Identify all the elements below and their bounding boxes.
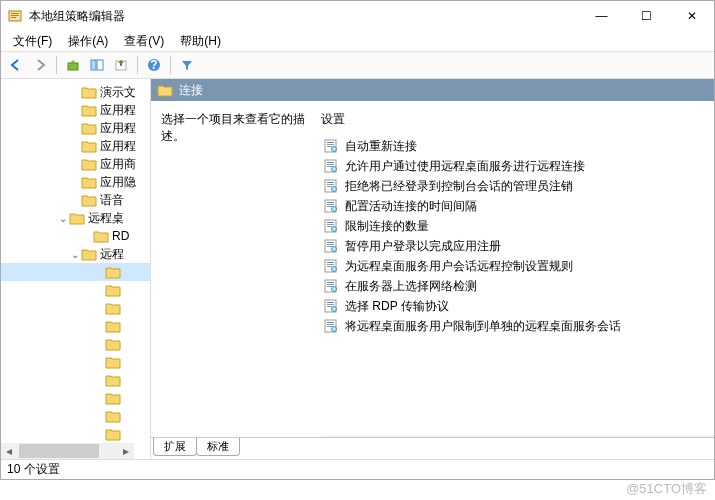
setting-item[interactable]: 拒绝将已经登录到控制台会话的管理员注销 [321,176,714,196]
tree-item[interactable] [1,353,150,371]
svg-rect-13 [327,146,332,147]
minimize-button[interactable]: — [579,1,624,31]
tree-item[interactable] [1,335,150,353]
svg-rect-33 [327,226,332,227]
svg-point-29 [332,207,337,212]
export-button[interactable] [110,54,132,76]
expand-icon[interactable]: ⌄ [57,213,69,224]
tree-item[interactable]: 演示文 [1,83,150,101]
back-button[interactable] [5,54,27,76]
tree-item[interactable]: 应用程 [1,119,150,137]
svg-rect-31 [327,222,334,223]
menu-view[interactable]: 查看(V) [118,31,170,52]
app-icon [7,8,23,24]
setting-label: 拒绝将已经登录到控制台会话的管理员注销 [345,178,573,195]
folder-icon [105,337,121,351]
setting-item[interactable]: 在服务器上选择网络检测 [321,276,714,296]
folder-icon [81,121,97,135]
svg-rect-23 [327,186,332,187]
tree-panel[interactable]: 演示文应用程应用程应用程应用商应用隐语音⌄远程桌RD⌄远程 ◂▸ [1,79,151,459]
close-button[interactable]: ✕ [669,1,714,31]
folder-icon [81,139,97,153]
policy-icon [323,318,339,334]
menu-help[interactable]: 帮助(H) [174,31,227,52]
forward-button[interactable] [29,54,51,76]
show-hide-tree-button[interactable] [86,54,108,76]
up-button[interactable] [62,54,84,76]
tree-item[interactable]: ⌄远程 [1,245,150,263]
tree-hscroll[interactable]: ◂▸ [1,443,134,459]
tree-item-label: 演示文 [100,84,136,101]
svg-rect-21 [327,182,334,183]
tab-standard[interactable]: 标准 [196,438,240,456]
tree-item[interactable]: 应用程 [1,137,150,155]
setting-item[interactable]: 允许用户通过使用远程桌面服务进行远程连接 [321,156,714,176]
settings-list: 设置 自动重新连接允许用户通过使用远程桌面服务进行远程连接拒绝将已经登录到控制台… [321,111,714,437]
setting-label: 将远程桌面服务用户限制到单独的远程桌面服务会话 [345,318,621,335]
svg-rect-4 [68,63,78,70]
svg-rect-12 [327,144,334,145]
setting-item[interactable]: 配置活动连接的时间间隔 [321,196,714,216]
svg-rect-22 [327,184,334,185]
setting-item[interactable]: 自动重新连接 [321,136,714,156]
folder-icon [105,283,121,297]
tree-item[interactable] [1,263,150,281]
tree-item[interactable] [1,371,150,389]
policy-icon [323,198,339,214]
tree-item[interactable]: 应用商 [1,155,150,173]
tab-extended[interactable]: 扩展 [153,438,197,456]
help-button[interactable]: ? [143,54,165,76]
svg-rect-43 [327,266,332,267]
folder-icon [105,373,121,387]
setting-label: 选择 RDP 传输协议 [345,298,449,315]
svg-rect-11 [327,142,334,143]
tree-item[interactable]: 应用隐 [1,173,150,191]
header-band: 连接 [151,79,714,101]
setting-label: 配置活动连接的时间间隔 [345,198,477,215]
setting-item[interactable]: 选择 RDP 传输协议 [321,296,714,316]
setting-item[interactable]: 将远程桌面服务用户限制到单独的远程桌面服务会话 [321,316,714,336]
tabs: 扩展 标准 [151,437,714,459]
tree-item[interactable]: 应用程 [1,101,150,119]
description-panel: 选择一个项目来查看它的描述。 [151,111,321,437]
tree-item[interactable] [1,407,150,425]
toolbar: ? [1,51,714,79]
menu-file[interactable]: 文件(F) [7,31,58,52]
svg-rect-16 [327,162,334,163]
tree-item-label: 远程桌 [88,210,124,227]
status-text: 10 个设置 [7,461,60,478]
expand-icon[interactable]: ⌄ [69,249,81,260]
folder-icon [69,211,85,225]
tree-item-label: 应用隐 [100,174,136,191]
svg-rect-26 [327,202,334,203]
column-header-setting[interactable]: 设置 [321,111,714,128]
tree-item[interactable] [1,281,150,299]
tree-item[interactable]: RD [1,227,150,245]
tree-item[interactable] [1,425,150,443]
svg-rect-47 [327,284,334,285]
tree-item[interactable]: 语音 [1,191,150,209]
tree-item[interactable] [1,317,150,335]
policy-icon [323,178,339,194]
folder-icon [105,301,121,315]
tree-item[interactable] [1,299,150,317]
svg-rect-1 [11,13,19,14]
svg-point-44 [332,267,337,272]
setting-item[interactable]: 为远程桌面服务用户会话远程控制设置规则 [321,256,714,276]
svg-point-19 [332,167,337,172]
statusbar: 10 个设置 [1,459,714,479]
tree-item-label: 远程 [100,246,124,263]
svg-rect-46 [327,282,334,283]
setting-item[interactable]: 暂停用户登录以完成应用注册 [321,236,714,256]
folder-icon [105,319,121,333]
svg-rect-41 [327,262,334,263]
svg-point-54 [332,307,337,312]
tree-item[interactable]: ⌄远程桌 [1,209,150,227]
filter-button[interactable] [176,54,198,76]
folder-icon [157,83,173,97]
tree-item[interactable] [1,389,150,407]
setting-label: 允许用户通过使用远程桌面服务进行远程连接 [345,158,585,175]
setting-item[interactable]: 限制连接的数量 [321,216,714,236]
maximize-button[interactable]: ☐ [624,1,669,31]
menu-action[interactable]: 操作(A) [62,31,114,52]
